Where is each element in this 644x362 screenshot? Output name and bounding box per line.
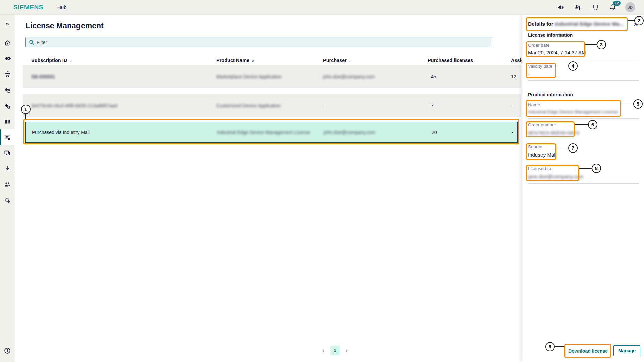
- cell-purchaser: john.doe@company.com: [323, 74, 428, 79]
- page-title: License Management: [25, 21, 104, 31]
- cell-assigned: -: [512, 130, 517, 135]
- cell-product-name: Industrial Edge Device Management Licens…: [217, 130, 324, 135]
- page-next-icon[interactable]: ›: [342, 346, 351, 355]
- licensed-to-value: jane.doe@company.com: [528, 174, 583, 179]
- sidebar-item-device-management[interactable]: [0, 145, 15, 161]
- app-title: Hub: [57, 4, 67, 10]
- validity-date-value: -: [528, 71, 530, 77]
- cell-purchased: 7: [428, 103, 511, 108]
- cell-subscription-id: Purchased via Industry Mall: [32, 130, 217, 135]
- cell-subscription-id: SB-000001: [31, 74, 216, 79]
- top-bar: SIEMENS Hub: [0, 0, 644, 15]
- filter-input[interactable]: [37, 40, 488, 45]
- pagination: ‹ 1 ›: [313, 345, 357, 355]
- sort-icon[interactable]: ↓↑: [251, 58, 254, 62]
- cell-purchaser: -: [323, 103, 428, 108]
- sort-icon[interactable]: ↓↑: [69, 58, 71, 62]
- cell-product-name: Customized Device Application: [216, 103, 323, 108]
- table-header: Subscription ID↓↑ Product Name↓↑ Purchas…: [23, 55, 521, 65]
- cell-purchased: 20: [428, 130, 512, 135]
- cell-subscription-id: 3e079c4d-c6cd-46f8-b835-213adbf07aa4: [31, 103, 216, 108]
- order-date-value: Mar 20, 2024, 7:14:37 AM: [528, 50, 586, 55]
- license-management-screen: SIEMENS Hub: [0, 0, 644, 362]
- sidebar-item-marketplace[interactable]: [0, 66, 15, 82]
- order-number-label: Order number: [528, 122, 556, 127]
- divider: [528, 162, 639, 162]
- page-number[interactable]: 1: [330, 346, 340, 355]
- product-information-heading: Product information: [528, 92, 573, 97]
- divider: [528, 60, 639, 60]
- sidebar: »: [0, 15, 15, 362]
- sort-icon[interactable]: ↓↑: [349, 58, 351, 62]
- filter-box: [25, 37, 491, 47]
- sidebar-item-licensed-products[interactable]: [0, 82, 15, 98]
- name-value: Industrial Edge Device Management Licens…: [528, 109, 618, 114]
- avatar[interactable]: JD: [625, 2, 635, 12]
- sidebar-item-library[interactable]: [0, 114, 15, 129]
- sidebar-item-home[interactable]: [0, 35, 15, 51]
- column-header-purchased-licenses: Purchased licenses: [428, 58, 511, 63]
- close-icon[interactable]: ✕: [632, 20, 640, 28]
- column-header-product-name[interactable]: Product Name↓↑: [216, 58, 323, 63]
- sidebar-item-product-search[interactable]: [0, 98, 15, 114]
- license-information-heading: License information: [528, 32, 573, 38]
- cell-purchaser: john.doe@company.com: [324, 130, 428, 135]
- user-management-icon[interactable]: [573, 2, 583, 12]
- cell-purchased: 45: [428, 74, 511, 79]
- sidebar-item-users[interactable]: [0, 177, 15, 192]
- cell-assigned: -: [511, 103, 521, 108]
- topbar-actions: DOC 12 JD: [555, 2, 635, 12]
- divider: [528, 183, 639, 184]
- table-row-selected[interactable]: Purchased via Industry Mall Industrial E…: [25, 122, 518, 143]
- siemens-logo: SIEMENS: [13, 4, 43, 11]
- order-number-value: 6ES7823-0EE00-0AY0: [528, 130, 579, 136]
- sidebar-expand-icon[interactable]: »: [0, 17, 15, 31]
- documentation-icon[interactable]: DOC: [590, 2, 600, 12]
- details-panel: Details for Industrial Edge Device Ma...…: [522, 15, 644, 362]
- panel-title: Details for Industrial Edge Device Ma...: [528, 21, 624, 27]
- notification-badge: 12: [613, 1, 621, 6]
- column-header-purchaser[interactable]: Purchaser↓↑: [323, 58, 428, 63]
- page-prev-icon[interactable]: ‹: [319, 346, 328, 355]
- divider: [528, 118, 639, 119]
- validity-date-label: Validity date: [528, 64, 552, 69]
- order-date-label: Order date: [528, 43, 550, 48]
- svg-text:DOC: DOC: [593, 8, 598, 10]
- cell-assigned: 12: [511, 74, 521, 79]
- panel-title-product: Industrial Edge Device Ma...: [555, 21, 624, 27]
- sidebar-item-license-management[interactable]: [0, 129, 15, 145]
- sidebar-item-products[interactable]: [0, 51, 15, 66]
- source-label: Source: [528, 144, 542, 149]
- name-label: Name: [528, 102, 540, 107]
- download-license-button[interactable]: Download license: [565, 344, 611, 358]
- sidebar-nav: [0, 35, 15, 208]
- info-icon[interactable]: [0, 344, 15, 357]
- sidebar-item-downloads[interactable]: [0, 161, 15, 177]
- divider: [528, 80, 639, 81]
- notifications-icon[interactable]: 12: [608, 2, 618, 12]
- sidebar-item-integrations[interactable]: [0, 192, 15, 208]
- cell-product-name: Marketplace Device Application: [216, 74, 323, 79]
- table-row[interactable]: 3e079c4d-c6cd-46f8-b835-213adbf07aa4 Cus…: [23, 94, 521, 117]
- search-icon: [29, 40, 34, 45]
- column-header-subscription-id[interactable]: Subscription ID↓↑: [31, 58, 216, 63]
- announcements-icon[interactable]: [555, 2, 566, 12]
- licensed-to-label: Licensed to: [528, 166, 551, 171]
- source-value: Industry Mall: [528, 152, 556, 158]
- manage-button[interactable]: Manage: [613, 345, 640, 356]
- table-row[interactable]: SB-000001 Marketplace Device Application…: [23, 65, 521, 88]
- divider: [528, 140, 639, 140]
